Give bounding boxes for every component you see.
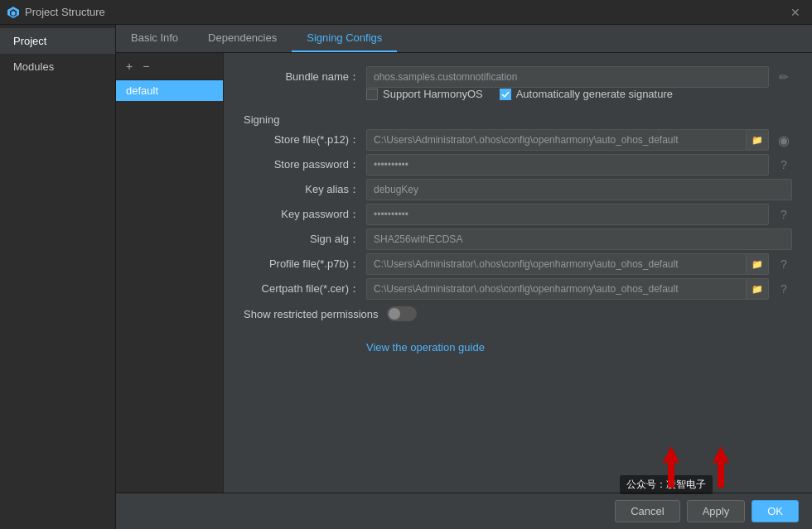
operation-guide-link[interactable]: View the operation guide: [366, 341, 485, 353]
checkmark-icon: [501, 91, 510, 98]
sidebar: Project Modules: [0, 25, 116, 529]
certpath-file-row: Certpath file(*.cer)： 📁 ?: [244, 278, 792, 300]
signing-section-header: Signing: [244, 113, 792, 126]
app-icon: [7, 6, 20, 19]
auto-generate-label: Automatically generate signature: [516, 88, 673, 100]
store-file-input[interactable]: [366, 129, 747, 151]
key-password-label: Key password：: [244, 207, 360, 222]
support-harmonyos-box: [366, 89, 378, 100]
tab-basic-info[interactable]: Basic Info: [116, 25, 193, 52]
bundle-name-row: Bundle name： ✏: [244, 66, 792, 88]
store-password-input[interactable]: [366, 154, 769, 176]
sign-alg-label: Sign alg：: [244, 232, 360, 247]
remove-config-button[interactable]: −: [139, 58, 152, 75]
profile-file-input[interactable]: [366, 253, 747, 275]
auto-generate-box: [500, 89, 511, 100]
store-file-browse-button[interactable]: 📁: [747, 129, 769, 151]
profile-file-row: Profile file(*.p7b)： 📁 ?: [244, 253, 792, 275]
key-password-help-icon[interactable]: ?: [776, 208, 792, 221]
profile-file-input-group: 📁: [366, 253, 769, 275]
store-file-label: Store file(*.p12)：: [244, 132, 360, 147]
signing-section: Signing Store file(*.p12)： 📁 ◉ Store pas…: [244, 113, 792, 353]
store-file-input-group: 📁: [366, 129, 769, 151]
store-password-row: Store password： ?: [244, 154, 792, 176]
sign-alg-row: Sign alg：: [244, 228, 792, 250]
key-alias-input[interactable]: [366, 179, 792, 200]
title-bar: Project Structure ✕: [0, 0, 812, 25]
key-password-input[interactable]: [366, 204, 769, 225]
ok-button[interactable]: OK: [752, 500, 799, 522]
sign-alg-input[interactable]: [366, 228, 792, 250]
certpath-file-browse-button[interactable]: 📁: [747, 278, 769, 300]
support-harmonyos-label: Support HarmonyOS: [383, 88, 483, 100]
list-toolbar: + −: [116, 53, 223, 80]
key-password-row: Key password： ?: [244, 204, 792, 225]
cancel-button[interactable]: Cancel: [615, 500, 679, 522]
split-pane: + − default Bundle name： ✏ Support Ha: [116, 53, 812, 529]
show-restricted-label: Show restricted permissions: [244, 308, 379, 320]
profile-file-help-icon[interactable]: ?: [776, 257, 792, 271]
tab-dependencies[interactable]: Dependencies: [193, 25, 292, 52]
profile-file-browse-button[interactable]: 📁: [747, 253, 769, 275]
store-password-help-icon[interactable]: ?: [776, 158, 792, 171]
default-config-item[interactable]: default: [116, 80, 223, 101]
config-detail-panel: Bundle name： ✏ Support HarmonyOS: [224, 53, 812, 529]
certpath-file-input[interactable]: [366, 278, 747, 300]
certpath-file-input-group: 📁: [366, 278, 769, 300]
toggle-knob: [389, 308, 400, 320]
show-restricted-toggle[interactable]: [387, 306, 417, 321]
key-alias-row: Key alias：: [244, 179, 792, 200]
tab-signing-configs[interactable]: Signing Configs: [292, 25, 397, 52]
certpath-file-help-icon[interactable]: ?: [776, 282, 792, 296]
store-password-label: Store password：: [244, 157, 360, 172]
sidebar-item-project[interactable]: Project: [0, 28, 115, 54]
operation-guide-row: View the operation guide: [366, 334, 792, 353]
close-button[interactable]: ✕: [785, 4, 805, 21]
window-title: Project Structure: [25, 6, 785, 18]
config-list-panel: + − default: [116, 53, 224, 529]
support-harmonyos-checkbox[interactable]: Support HarmonyOS: [366, 88, 483, 100]
profile-file-label: Profile file(*.p7b)：: [244, 257, 360, 272]
main-layout: Project Modules Basic Info Dependencies …: [0, 25, 812, 529]
tab-bar: Basic Info Dependencies Signing Configs: [116, 25, 812, 53]
auto-generate-checkbox[interactable]: Automatically generate signature: [500, 88, 673, 100]
bundle-name-label: Bundle name：: [244, 70, 360, 84]
certpath-file-label: Certpath file(*.cer)：: [244, 281, 360, 296]
add-config-button[interactable]: +: [123, 58, 136, 75]
bundle-name-input[interactable]: [366, 66, 769, 88]
checkboxes-row: Support HarmonyOS Automatically generate…: [366, 88, 792, 100]
fingerprint-icon[interactable]: ◉: [776, 132, 792, 148]
sidebar-item-modules[interactable]: Modules: [0, 54, 115, 79]
bottom-bar: Cancel Apply OK: [116, 493, 812, 529]
store-file-row: Store file(*.p12)： 📁 ◉: [244, 129, 792, 151]
content-area: Basic Info Dependencies Signing Configs …: [116, 25, 812, 529]
show-restricted-row: Show restricted permissions: [244, 306, 792, 321]
edit-icon[interactable]: ✏: [776, 69, 792, 85]
key-alias-label: Key alias：: [244, 182, 360, 197]
apply-button[interactable]: Apply: [687, 500, 746, 522]
